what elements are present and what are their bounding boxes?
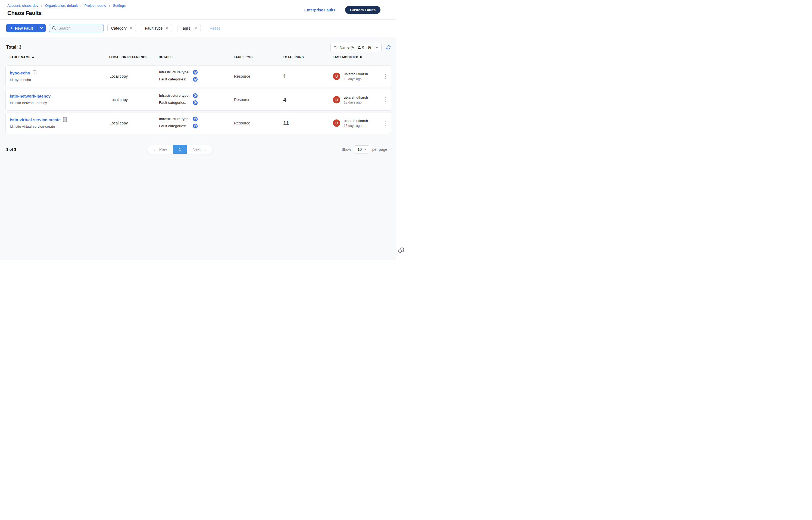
modified-time: 13 days ago bbox=[344, 101, 368, 104]
pager: ← Prev 1 Next → bbox=[147, 145, 213, 154]
filter-tags[interactable]: Tag(s) × bbox=[177, 24, 201, 32]
chevron-down-icon bbox=[40, 26, 43, 29]
page-size-dropdown[interactable]: 10 bbox=[354, 145, 369, 154]
row-menu-button[interactable] bbox=[383, 72, 387, 81]
total-runs-cell: 4 bbox=[283, 97, 286, 103]
chat-support-button[interactable] bbox=[398, 247, 405, 254]
fault-categories-label: Fault categories: bbox=[159, 101, 193, 105]
modified-by: utkarsh.utkarsh bbox=[344, 95, 368, 99]
arrow-right-icon: → bbox=[203, 147, 206, 152]
kubernetes-icon bbox=[193, 123, 198, 129]
filter-fault-type-label: Fault Type bbox=[145, 26, 162, 30]
close-icon[interactable]: × bbox=[130, 26, 132, 30]
column-last-modified-label: LAST MODIFIED bbox=[333, 55, 358, 59]
details-cell: Infrastructure type: Fault categories: bbox=[159, 69, 198, 83]
new-fault-button[interactable]: + New Fault bbox=[6, 24, 37, 32]
column-details: DETAILS bbox=[159, 55, 173, 59]
breadcrumb-separator-icon: › bbox=[109, 4, 110, 8]
chevron-down-icon bbox=[376, 46, 379, 48]
copy-id-icon[interactable] bbox=[63, 117, 67, 122]
table-header: FAULT NAME LOCAL OR REFERENCE DETAILS FA… bbox=[0, 55, 396, 60]
close-icon[interactable]: × bbox=[166, 26, 168, 30]
column-last-modified[interactable]: LAST MODIFIED bbox=[333, 55, 362, 59]
per-page-label: per page bbox=[372, 147, 387, 152]
header-actions: Enterprise Faults Custom Faults bbox=[304, 6, 380, 14]
last-modified-cell: U utkarsh.utkarsh 13 days ago bbox=[333, 95, 368, 104]
column-fault-type: FAULT TYPE bbox=[234, 55, 254, 59]
kubernetes-icon bbox=[193, 77, 198, 82]
reset-filters-link[interactable]: Reset bbox=[209, 26, 220, 30]
last-modified-cell: U utkarsh.utkarsh 13 days ago bbox=[333, 72, 368, 81]
sort-ascending-icon bbox=[32, 56, 34, 58]
custom-faults-button[interactable]: Custom Faults bbox=[345, 6, 380, 14]
filter-fault-type[interactable]: Fault Type × bbox=[141, 24, 172, 32]
enterprise-faults-link[interactable]: Enterprise Faults bbox=[304, 8, 335, 12]
breadcrumb-separator-icon: › bbox=[41, 4, 43, 8]
copy-id-icon[interactable] bbox=[33, 70, 36, 75]
fault-name-cell: byoc-echo Id: byoc-echo bbox=[10, 70, 36, 82]
list-summary-bar: Total: 3 ⇅ Name (A→Z, 0→9) bbox=[0, 37, 396, 52]
show-label: Show bbox=[341, 147, 351, 152]
filter-category[interactable]: Category × bbox=[107, 24, 136, 32]
next-page-button[interactable]: Next → bbox=[187, 145, 212, 154]
column-local-or-reference: LOCAL OR REFERENCE bbox=[109, 55, 148, 59]
breadcrumb-organization[interactable]: Organization: default bbox=[45, 3, 78, 8]
infrastructure-type-label: Infrastructure type: bbox=[159, 70, 193, 74]
fault-id: Id: byoc-echo bbox=[10, 78, 36, 82]
breadcrumb-account[interactable]: Account: chaos-dev bbox=[7, 3, 38, 8]
arrow-left-icon: ← bbox=[153, 147, 157, 152]
current-page-button[interactable]: 1 bbox=[173, 145, 187, 154]
modified-time: 13 days ago bbox=[344, 77, 368, 81]
infrastructure-type-label: Infrastructure type: bbox=[159, 94, 193, 98]
fault-name-cell: istio-network-latency Id: istio-network-… bbox=[10, 94, 51, 105]
details-cell: Infrastructure type: Fault categories: bbox=[159, 116, 198, 130]
column-fault-type-label: FAULT TYPE bbox=[234, 55, 254, 59]
sort-dropdown[interactable]: ⇅ Name (A→Z, 0→9) bbox=[330, 43, 382, 52]
close-icon[interactable]: × bbox=[195, 26, 197, 30]
next-label: Next bbox=[193, 147, 201, 152]
row-menu-button[interactable] bbox=[383, 96, 387, 104]
kubernetes-icon bbox=[193, 70, 198, 75]
kubernetes-icon bbox=[193, 93, 198, 98]
new-fault-label: New Fault bbox=[15, 26, 33, 30]
fault-name-link[interactable]: istio-network-latency bbox=[10, 94, 51, 98]
modified-time: 13 days ago bbox=[344, 124, 368, 128]
breadcrumb-separator-icon: › bbox=[80, 4, 82, 8]
local-or-reference-cell: Local copy bbox=[109, 74, 128, 79]
search-icon bbox=[52, 26, 56, 30]
fault-type-cell: Resource bbox=[234, 74, 250, 79]
column-fault-name-label: FAULT NAME bbox=[9, 55, 30, 59]
prev-page-button[interactable]: ← Prev bbox=[147, 145, 173, 154]
fault-id: Id: istio-virtual-service-create bbox=[10, 125, 67, 129]
fault-list: byoc-echo Id: byoc-echo Local copy Infra… bbox=[0, 66, 396, 134]
kubernetes-icon bbox=[193, 100, 198, 105]
filter-category-label: Category bbox=[111, 26, 127, 30]
avatar: U bbox=[333, 96, 340, 104]
row-menu-button[interactable] bbox=[383, 119, 387, 127]
fault-name-link[interactable]: istio-virtual-service-create bbox=[10, 118, 60, 122]
fault-type-cell: Resource bbox=[234, 98, 250, 102]
fault-id: Id: istio-network-latency bbox=[10, 101, 51, 105]
avatar: U bbox=[333, 120, 340, 127]
search-input[interactable] bbox=[49, 24, 104, 32]
refresh-button[interactable] bbox=[386, 45, 391, 50]
sort-toggle-icon bbox=[360, 56, 362, 58]
column-fault-name[interactable]: FAULT NAME bbox=[9, 55, 34, 59]
pagination-bar: 3 of 3 ← Prev 1 Next → Show 10 per page bbox=[0, 145, 396, 154]
total-runs-cell: 1 bbox=[283, 73, 286, 80]
fault-categories-label: Fault categories: bbox=[159, 124, 193, 128]
details-cell: Infrastructure type: Fault categories: bbox=[159, 93, 198, 107]
page-header: Account: chaos-dev › Organization: defau… bbox=[0, 0, 396, 20]
kubernetes-icon bbox=[193, 116, 198, 122]
filter-tags-label: Tag(s) bbox=[181, 26, 192, 30]
breadcrumb-settings[interactable]: Settings bbox=[113, 3, 126, 8]
prev-label: Prev bbox=[159, 147, 167, 152]
new-fault-dropdown-button[interactable] bbox=[37, 24, 46, 32]
avatar: U bbox=[333, 73, 340, 80]
search-container bbox=[49, 24, 104, 32]
column-details-label: DETAILS bbox=[159, 55, 173, 59]
column-local-label: LOCAL OR REFERENCE bbox=[109, 55, 148, 59]
breadcrumb-project[interactable]: Project: demo bbox=[84, 3, 106, 8]
fault-name-link[interactable]: byoc-echo bbox=[10, 71, 30, 75]
modified-by: utkarsh.utkarsh bbox=[344, 119, 368, 123]
